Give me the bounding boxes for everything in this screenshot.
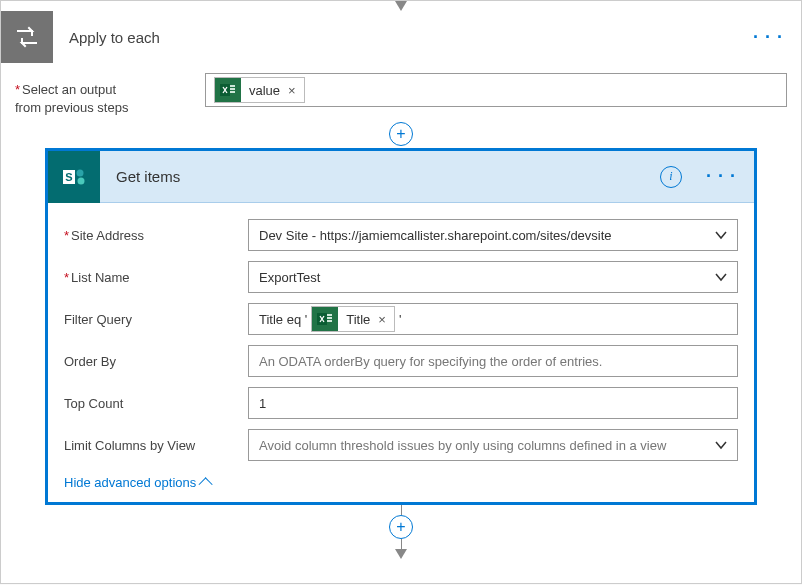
get-items-header[interactable]: S Get items i · · ·	[48, 151, 754, 203]
order-by-label: Order By	[64, 354, 248, 369]
select-output-input[interactable]: value ×	[205, 73, 787, 107]
site-address-label: *Site Address	[64, 228, 248, 243]
add-action-button-top[interactable]: +	[389, 122, 413, 146]
info-button[interactable]: i	[660, 166, 682, 188]
sharepoint-icon: S	[48, 151, 100, 203]
chevron-up-icon	[199, 477, 213, 491]
svg-point-7	[78, 177, 85, 184]
svg-point-6	[77, 169, 84, 176]
hide-advanced-options-link[interactable]: Hide advanced options	[64, 475, 212, 490]
dynamic-token-title[interactable]: Title ×	[311, 306, 395, 332]
limit-columns-label: Limit Columns by View	[64, 438, 248, 453]
select-output-label: *Select an output from previous steps	[15, 73, 205, 116]
limit-columns-dropdown[interactable]: Avoid column threshold issues by only us…	[248, 429, 738, 461]
add-action-button-bottom[interactable]: +	[389, 515, 413, 539]
arrow-down-icon	[395, 1, 407, 11]
svg-rect-2	[230, 88, 235, 90]
filter-query-label: Filter Query	[64, 312, 248, 327]
outgoing-connector: +	[15, 505, 787, 559]
top-count-input[interactable]: 1	[248, 387, 738, 419]
incoming-connector	[1, 1, 801, 11]
loop-icon	[1, 11, 53, 63]
svg-rect-9	[327, 314, 332, 316]
list-name-dropdown[interactable]: ExportTest	[248, 261, 738, 293]
excel-icon	[215, 77, 241, 103]
apply-to-each-menu-button[interactable]: · · ·	[735, 27, 801, 48]
svg-text:S: S	[65, 171, 72, 183]
chevron-down-icon[interactable]	[712, 226, 730, 244]
svg-rect-10	[327, 317, 332, 319]
remove-token-button[interactable]: ×	[378, 312, 394, 327]
excel-icon	[312, 306, 338, 332]
apply-to-each-body: *Select an output from previous steps	[1, 63, 801, 563]
chevron-down-icon[interactable]	[712, 268, 730, 286]
chevron-down-icon[interactable]	[712, 436, 730, 454]
svg-rect-1	[230, 85, 235, 87]
get-items-menu-button[interactable]: · · ·	[688, 166, 754, 187]
token-label: value	[241, 83, 288, 98]
get-items-body: *Site Address Dev Site - https://jamiemc…	[48, 203, 754, 502]
svg-rect-3	[230, 91, 235, 93]
site-address-dropdown[interactable]: Dev Site - https://jamiemcallister.share…	[248, 219, 738, 251]
filter-query-input[interactable]: Title eq '	[248, 303, 738, 335]
flow-canvas: Apply to each · · · *Select an output fr…	[0, 0, 802, 584]
remove-token-button[interactable]: ×	[288, 83, 304, 98]
get-items-card: S Get items i · · · *Site Address	[45, 148, 757, 505]
order-by-input[interactable]: An ODATA orderBy query for specifying th…	[248, 345, 738, 377]
apply-to-each-header[interactable]: Apply to each · · ·	[1, 11, 801, 63]
apply-to-each-title: Apply to each	[53, 29, 735, 46]
dynamic-token-value[interactable]: value ×	[214, 77, 305, 103]
arrow-down-icon	[395, 549, 407, 559]
token-label: Title	[338, 312, 378, 327]
get-items-title: Get items	[100, 168, 660, 185]
svg-rect-11	[327, 320, 332, 322]
list-name-label: *List Name	[64, 270, 248, 285]
top-count-label: Top Count	[64, 396, 248, 411]
